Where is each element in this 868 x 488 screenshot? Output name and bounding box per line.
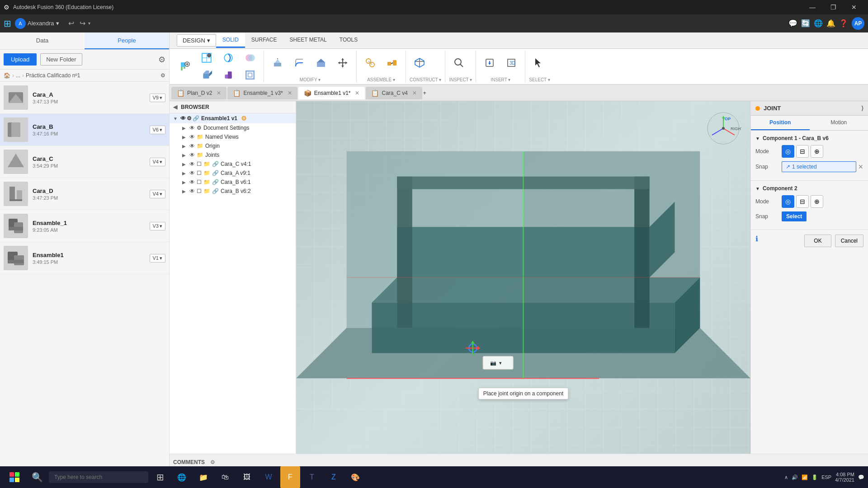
extrude-button[interactable] — [197, 68, 217, 84]
list-item[interactable]: Ensamble_1 9:23:05 AM V3 ▾ — [0, 210, 169, 242]
file-version[interactable]: V1 ▾ — [150, 254, 165, 263]
tab-tools[interactable]: TOOLS — [333, 33, 364, 48]
viewport-canvas[interactable]: 📷 ▾ TOP RIGHT — [296, 101, 750, 454]
design-dropdown[interactable]: DESIGN ▾ — [177, 34, 216, 47]
mode-btn-1-1[interactable]: ◎ — [782, 145, 794, 158]
system-clock[interactable]: 4:08 PM 4/7/2021 — [835, 472, 854, 483]
press-pull-button[interactable] — [268, 56, 288, 72]
taskbar-store-icon[interactable]: 🛍 — [215, 466, 235, 488]
revolve-button[interactable] — [218, 51, 238, 67]
add-tab-button[interactable]: + — [423, 90, 426, 96]
tree-item-doc-settings[interactable]: ▶ 👁 ⚙ Document Settings — [170, 123, 296, 132]
check-icon-cara-c[interactable]: ☐ — [197, 161, 202, 167]
breadcrumb-current[interactable]: Práctica Calificado nº1 — [26, 72, 80, 79]
shell-button[interactable] — [240, 68, 260, 84]
taskbar-files-icon[interactable]: 📁 — [193, 466, 213, 488]
check-icon-cara-a[interactable]: ☐ — [197, 170, 202, 176]
assemble-button[interactable] — [360, 56, 380, 72]
arrow-cara-b2[interactable]: ▶ — [182, 189, 188, 194]
tab-solid[interactable]: SOLID — [216, 33, 245, 48]
tree-root[interactable]: ▼ 👁 ⚙ 🔗 Ensamble1 v1 ⚙ — [170, 113, 296, 123]
list-item[interactable]: Cara_A 3:47:13 PM V9 ▾ — [0, 82, 169, 114]
select-button[interactable] — [529, 56, 549, 72]
arrow-cara-b1[interactable]: ▶ — [182, 180, 188, 185]
check-icon-cara-b1[interactable]: ☐ — [197, 179, 202, 185]
taskbar-photos-icon[interactable]: 🖼 — [237, 466, 257, 488]
tab-people[interactable]: People — [85, 33, 169, 49]
joint-tab-motion[interactable]: Motion — [810, 116, 868, 130]
home-icon[interactable]: 🏠 — [4, 72, 10, 79]
arrow-doc[interactable]: ▶ — [182, 126, 188, 131]
eye-icon-joints[interactable]: 👁 — [189, 152, 195, 158]
battery-icon[interactable]: 🔋 — [811, 474, 818, 480]
file-version[interactable]: V3 ▾ — [150, 222, 165, 230]
insert2-button[interactable]: 3D — [501, 56, 521, 72]
arrow-cara-a[interactable]: ▶ — [182, 171, 188, 176]
inspect-button[interactable] — [449, 56, 469, 72]
speaker-icon[interactable]: 🔊 — [792, 474, 798, 480]
mode-btn-1-2[interactable]: ⊟ — [796, 145, 809, 158]
root-arrow[interactable]: ▼ — [173, 116, 179, 121]
joint-button[interactable] — [382, 56, 402, 72]
eye-icon-doc[interactable]: 👁 — [189, 125, 195, 131]
file-version[interactable]: V4 ▾ — [150, 158, 165, 166]
file-version[interactable]: V9 ▾ — [150, 94, 165, 102]
tree-item-cara-b2[interactable]: ▶ 👁 ☐ 📁 🔗 Cara_B v6:2 — [170, 187, 296, 196]
eye-icon-cara-a[interactable]: 👁 — [189, 170, 195, 176]
help-icon[interactable]: ❓ — [839, 19, 848, 28]
arrow-joints[interactable]: ▶ — [182, 153, 188, 158]
chamfer-button[interactable] — [311, 56, 331, 72]
ok-button[interactable]: OK — [804, 235, 831, 247]
list-item[interactable]: Cara_C 3:54:29 PM V4 ▾ — [0, 146, 169, 178]
component1-header[interactable]: ▼ Component 1 - Cara_B v6 — [755, 135, 863, 141]
info-icon[interactable]: ℹ — [755, 235, 758, 247]
globe-icon[interactable]: 🌐 — [814, 19, 823, 28]
fillet-button[interactable] — [218, 68, 238, 84]
snap-select-button[interactable]: Select — [782, 211, 807, 221]
create-main-button[interactable] — [175, 59, 195, 75]
breadcrumb-settings[interactable]: ⚙ — [160, 72, 165, 79]
joint-expand[interactable]: ⟩ — [861, 105, 863, 112]
redo-icon[interactable]: ↪ ▾ — [78, 17, 94, 29]
tab-close-0[interactable]: ✕ — [217, 90, 221, 96]
comments-toggle[interactable]: ⚙ — [210, 459, 215, 465]
move-button[interactable] — [333, 56, 353, 72]
mode-btn-2-2[interactable]: ⊟ — [796, 195, 809, 208]
taskbar-paint-icon[interactable]: 🎨 — [345, 466, 365, 488]
taskbar-search[interactable] — [49, 471, 148, 483]
viewport[interactable]: 📷 ▾ TOP RIGHT — [296, 101, 750, 454]
eye-icon-origin[interactable]: 👁 — [189, 143, 195, 149]
eye-icon-named[interactable]: 👁 — [189, 134, 195, 140]
browser-collapse[interactable]: ◀ — [173, 104, 177, 110]
list-item[interactable]: Ensamble1 3:49:15 PM V1 ▾ — [0, 242, 169, 274]
component2-header[interactable]: ▼ Component 2 — [755, 185, 863, 192]
taskbar-zoom-icon[interactable]: Z — [324, 466, 344, 488]
check-icon-cara-b2[interactable]: ☐ — [197, 188, 202, 194]
taskbar-teams-icon[interactable]: T — [302, 466, 322, 488]
taskbar-search-icon[interactable]: 🔍 — [27, 466, 47, 488]
notification-icon[interactable]: 💬 — [858, 474, 864, 480]
snap-value-1[interactable]: ↗ 1 selected — [782, 161, 856, 172]
tree-item-cara-b1[interactable]: ▶ 👁 ☐ 📁 🔗 Cara_B v6:1 — [170, 178, 296, 187]
mode-btn-2-1[interactable]: ◎ — [782, 195, 794, 208]
sync-icon[interactable]: 🔄 — [801, 19, 810, 28]
tree-item-cara-a[interactable]: ▶ 👁 ☐ 📁 🔗 Cara_A v9:1 — [170, 169, 296, 178]
file-tab-3[interactable]: 📋 Cara_C v4 ✕ — [366, 87, 422, 99]
upload-button[interactable]: Upload — [4, 53, 37, 66]
eye-icon[interactable]: 👁 — [180, 115, 186, 122]
file-version[interactable]: V6 ▾ — [150, 126, 165, 134]
gear-icon[interactable]: ⚙ — [187, 115, 192, 122]
fillet-mod-button[interactable] — [289, 56, 309, 72]
tab-data[interactable]: Data — [0, 33, 85, 49]
tray-arrow[interactable]: ∧ — [784, 474, 788, 480]
tab-close-1[interactable]: ✕ — [288, 90, 292, 96]
tree-item-origin[interactable]: ▶ 👁 📁 Origin — [170, 141, 296, 150]
list-item[interactable]: Cara_B 3:47:16 PM V6 ▾ — [0, 114, 169, 146]
arrow-origin[interactable]: ▶ — [182, 144, 188, 149]
root-settings-dot[interactable]: ⚙ — [241, 115, 247, 122]
tab-sheet-metal[interactable]: SHEET METAL — [283, 33, 333, 48]
eye-icon-cara-c[interactable]: 👁 — [189, 161, 195, 167]
file-tab-0[interactable]: 📋 Plan_D v2 ✕ — [171, 87, 226, 99]
file-tab-1[interactable]: 📋 Ensamble_1 v3* ✕ — [227, 87, 297, 99]
eye-icon-cara-b1[interactable]: 👁 — [189, 179, 195, 185]
